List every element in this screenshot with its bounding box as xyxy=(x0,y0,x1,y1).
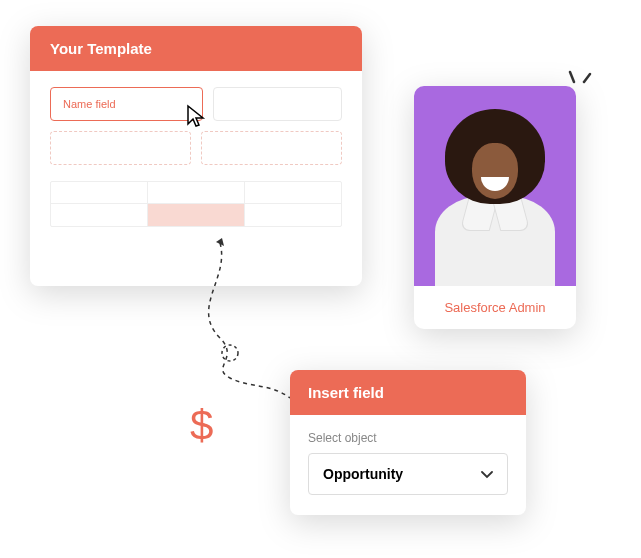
svg-line-3 xyxy=(584,74,590,82)
table-cell[interactable] xyxy=(245,204,341,226)
insert-field-title: Insert field xyxy=(290,370,526,415)
avatar-image xyxy=(414,86,576,286)
table-cell[interactable] xyxy=(51,182,148,203)
object-select[interactable]: Opportunity xyxy=(308,453,508,495)
dollar-icon: $ xyxy=(190,402,213,450)
chevron-down-icon xyxy=(481,466,493,482)
insert-field-body: Select object Opportunity xyxy=(290,415,526,515)
table-cell-highlighted[interactable] xyxy=(148,204,245,226)
avatar-role-label: Salesforce Admin xyxy=(414,286,576,329)
cursor-icon xyxy=(184,104,208,128)
template-dashed-field[interactable] xyxy=(50,131,191,165)
insert-field-card: Insert field Select object Opportunity xyxy=(290,370,526,515)
table-row xyxy=(51,182,341,204)
svg-point-0 xyxy=(222,345,238,361)
template-body: Name field xyxy=(30,71,362,243)
template-card: Your Template Name field xyxy=(30,26,362,286)
object-select-value: Opportunity xyxy=(323,466,403,482)
select-object-label: Select object xyxy=(308,431,508,445)
table-cell[interactable] xyxy=(245,182,341,203)
table-cell[interactable] xyxy=(51,204,148,226)
svg-line-2 xyxy=(570,72,574,82)
template-table xyxy=(50,181,342,227)
person-illustration xyxy=(425,101,565,286)
avatar-card: Salesforce Admin xyxy=(414,86,576,329)
table-row xyxy=(51,204,341,226)
template-card-title: Your Template xyxy=(30,26,362,71)
name-field-label: Name field xyxy=(63,98,116,110)
template-field[interactable] xyxy=(213,87,342,121)
name-field-input[interactable]: Name field xyxy=(50,87,203,121)
template-dashed-field[interactable] xyxy=(201,131,342,165)
table-cell[interactable] xyxy=(148,182,245,203)
